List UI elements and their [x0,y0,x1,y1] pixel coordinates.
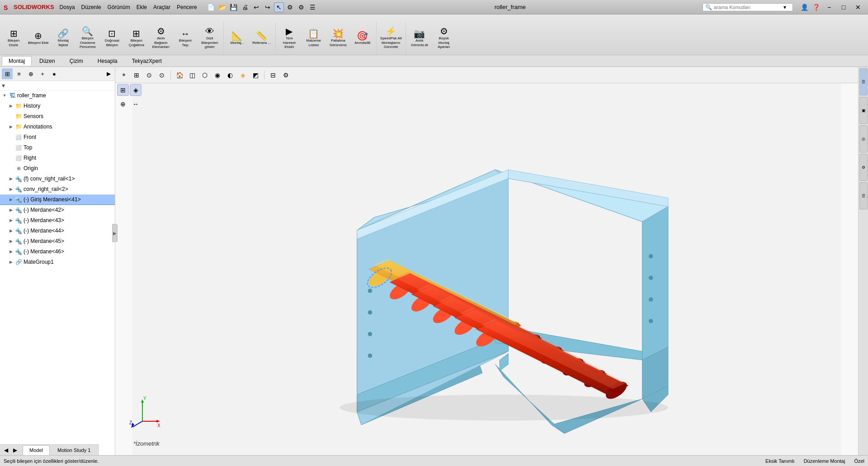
view-orient-btn[interactable]: ⌖ [118,69,130,81]
tab-montaj[interactable]: Montaj [2,56,32,66]
tree-item-annotations[interactable]: ▶ 📁 Annotations [0,122,115,132]
smart-select-btn[interactable]: ⊞ [117,84,129,96]
bileşeni-taşı-button[interactable]: ↔ BileşeniTaşı [174,28,197,48]
montaj-button[interactable]: 📐 Montaj... [226,30,249,47]
zoom-btn[interactable]: ⊙ [156,69,168,81]
tab-hesapla[interactable]: Hesapla [91,56,124,66]
speedpak-button[interactable]: ⚡ SpeedPak AltMontajlarınıGüncelle [378,25,404,51]
restore-button[interactable]: □ [837,3,850,12]
tab-motion-study[interactable]: Motion Study 1 [51,445,97,455]
goruntu-al-button[interactable]: 📷 AnlıkGörüntü Al [408,28,431,48]
tab-cizim[interactable]: Çizim [63,56,90,66]
shadow-btn[interactable]: ◐ [224,69,236,81]
sidebar-cfgmgr-btn[interactable]: ⊕ [25,68,36,79]
tree-item-merdane46[interactable]: ▶ 🔩 (-) Merdane<46> [0,247,115,257]
menu-duzenle[interactable]: Düzenle [79,3,104,11]
scroll-right-btn[interactable]: ▶ [11,446,19,454]
help-icon[interactable]: ❓ [811,2,821,12]
menu-pencere[interactable]: Pencere [174,3,200,11]
tree-item-giris-merdanesi41[interactable]: ▶ 🔩 (-) Giriş Merdanesi<41> [0,195,115,205]
undo-button[interactable]: ↩ [251,2,261,12]
scene-floor-btn[interactable]: ⊟ [267,69,279,81]
search-dropdown-icon[interactable]: ▾ [783,4,786,10]
buyuk-montaj-button[interactable]: ⚙ BüyükMontajAyarları [432,25,456,51]
align-btn[interactable]: ↔ [130,98,142,110]
home-view-btn[interactable]: 🏠 [174,69,185,81]
tab-model[interactable]: Model [23,445,50,455]
tree-item-sensors[interactable]: 📁 Sensors [0,111,115,122]
menu-ekle[interactable]: Ekle [134,3,150,11]
sidebar-expand-icon[interactable]: ▶ [104,69,113,78]
save-button[interactable]: 💾 [229,2,239,12]
tree-item-merdane43[interactable]: ▶ 🔩 (-) Merdane<43> [0,215,115,226]
print-button[interactable]: 🖨 [240,2,250,12]
bileşen-düzle-button[interactable]: ⊞ BileşenDüzle [2,28,25,48]
rebuild-button[interactable]: ⚙ [285,2,295,12]
menu-gorunum[interactable]: Görünüm [105,3,133,11]
3d-viewport[interactable]: ⌖ ⊞ ⊙ ⊙ 🏠 ◫ ⬡ ◉ ◐ ◈ ◩ ⊟ ⚙ [115,67,858,455]
tree-item-conv-right-rail2[interactable]: ▶ 🔩 conv_right_rail<2> [0,184,115,195]
patlatma-button[interactable]: 💥 PatlatmaGörünümü [326,28,350,48]
color-btn[interactable]: ◈ [237,69,249,81]
referans-button[interactable]: 📏 Referans ... [250,30,274,47]
tree-item-history[interactable]: ▶ 📁 History [0,101,115,111]
tree-item-merdane44[interactable]: ▶ 🔩 (-) Merdane<44> [0,226,115,236]
mates-btn[interactable]: ⊕ [117,98,129,110]
right-panel-btn4[interactable]: ⚙ [859,154,868,181]
tree-item-merdane42[interactable]: ▶ 🔩 (-) Merdane<42> [0,205,115,215]
filter-btn[interactable]: ◈ [130,84,142,96]
right-panel-btn2[interactable]: ▣ [859,97,868,124]
right-panel-btn1[interactable]: ☰ [859,68,868,95]
tree-item-merdane45[interactable]: ▶ 🔩 (-) Merdane<45> [0,236,115,247]
right-panel-btn3[interactable]: ◎ [859,125,868,152]
settings-button[interactable]: ☰ [308,2,318,12]
account-icon[interactable]: 👤 [799,2,809,12]
tree-item-conv-right-rail1[interactable]: ▶ 🔩 (f) conv_right_rail<1> [0,174,115,184]
pan-btn[interactable]: ⊞ [131,69,142,81]
tree-item-mategroup1[interactable]: ▶ 🔗 MateGroup1 [0,257,115,267]
doğrusal-bileşen-button[interactable]: ⊡ DoğrusalBileşen [100,28,124,48]
aninda3b-button[interactable]: 🎯 Anında3B [351,30,374,47]
options-button[interactable]: ⚙ [297,2,307,12]
minimize-button[interactable]: − [823,3,835,12]
section-view-btn[interactable]: ◫ [186,69,198,81]
filter-icon[interactable]: ▾ [2,82,5,89]
sidebar-propmgr-btn[interactable]: ≡ [14,68,24,79]
tree-item-front[interactable]: ⬜ Front [0,132,115,143]
open-button[interactable]: 📂 [217,2,227,12]
bileşen-çoğaltma-button[interactable]: ⊞ BileşenÇoğaltma [125,28,148,48]
menu-araclar[interactable]: Araçlar [151,3,173,11]
select-button[interactable]: ↖ [274,2,284,12]
scroll-left-btn[interactable]: ◀ [2,446,10,454]
tree-item-right[interactable]: ⬜ Right [0,153,115,163]
settings-btn[interactable]: ⚙ [280,69,292,81]
yeni-hareket-button[interactable]: ▶ YeniHareketEtüdü [278,25,301,51]
right-panel-btn5[interactable]: ☰ [859,182,868,209]
rotate-btn[interactable]: ⊙ [143,69,155,81]
montaj-iliskisi-button[interactable]: 🔗 Montajİlişkisi [52,28,75,48]
sidebar-circle-btn[interactable]: ● [49,68,60,79]
new-button[interactable]: 📄 [206,2,216,12]
bileşen-onizleme-button[interactable]: 🔍 BileşenOnizlemePenceresi [76,25,99,51]
menu-dosya[interactable]: Dosya [57,3,78,11]
search-input[interactable] [714,5,782,10]
search-box[interactable]: 🔍 ▾ [703,3,793,11]
sidebar-featuremgr-btn[interactable]: ⊞ [2,68,13,79]
bileşeni-ekle-button[interactable]: ⊕ Bileşeni Ekle [26,30,51,47]
display-style-btn[interactable]: ⬡ [199,69,211,81]
render-mode-btn[interactable]: ◉ [212,69,223,81]
scene-canvas[interactable]: Y X Z *İzometrik [115,83,858,455]
close-button[interactable]: ✕ [852,3,864,12]
tab-tekyaz[interactable]: TekyazXpert [125,56,169,66]
texture-btn[interactable]: ◩ [250,69,261,81]
tab-duzen[interactable]: Düzen [33,56,62,66]
sidebar-plus-btn[interactable]: + [37,68,48,79]
tree-item-origin[interactable]: ⊕ Origin [0,163,115,174]
gizli-bileşenler-button[interactable]: 👁 GizliBileşenlerigöster [198,25,222,51]
sidebar-collapse-handle[interactable]: ▶ [112,224,118,242]
malzeme-listesi-button[interactable]: 📋 MalzemeListesi [302,28,326,48]
redo-button[interactable]: ↪ [263,2,273,12]
tree-item-roller-frame[interactable]: ▼ 🏗 roller_frame [0,90,115,101]
akıllı-bağlantı-button[interactable]: ⚙ AkıllıBağlantıElemanları [149,25,173,51]
tree-item-top[interactable]: ⬜ Top [0,143,115,153]
